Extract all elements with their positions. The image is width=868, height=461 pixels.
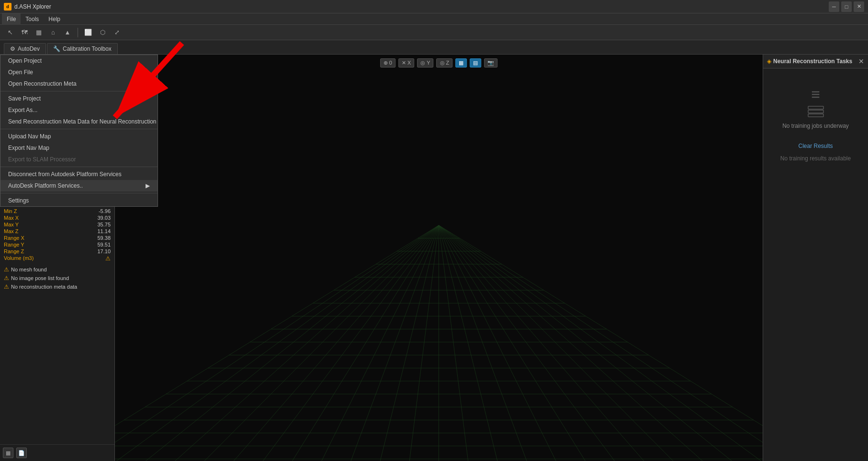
stat-rangex-row: Range X 59.38 — [4, 235, 111, 241]
warning-pose-text: No image pose list found — [11, 275, 69, 281]
clear-results-section: Clear Results — [794, 141, 836, 151]
dropdown-sep1 — [0, 91, 115, 91]
warnings-section: ⚠ No mesh found ⚠ No image pose list fou… — [4, 265, 111, 291]
perspective-grid — [115, 55, 763, 461]
map-btn[interactable]: 🗺 — [18, 26, 31, 39]
warning-mesh-icon: ⚠ — [4, 266, 9, 273]
wire-btn[interactable]: ⬡ — [96, 26, 109, 39]
stat-rangex-value: 59.38 — [97, 235, 111, 241]
stat-volume-label: Volume (m3) — [4, 255, 34, 262]
stat-maxy-label: Max Y — [4, 222, 19, 227]
menu-disconnect-autodesk[interactable]: Disconnect from Autodesk Platform Servic… — [0, 169, 115, 180]
bottom-grid-btn[interactable]: ▦ — [3, 448, 13, 458]
vp-grid-btn2[interactable]: ▤ — [470, 58, 481, 67]
stat-maxz-value: 11.14 — [97, 228, 111, 234]
svg-rect-0 — [808, 106, 823, 109]
crop-btn[interactable]: ⬜ — [82, 26, 94, 39]
stat-maxx-value: 39.03 — [97, 215, 111, 221]
stat-volume-row: Volume (m3) ⚠ — [4, 255, 111, 262]
menu-settings[interactable]: Settings — [0, 195, 115, 206]
svg-rect-1 — [808, 110, 823, 113]
stat-volume-warning: ⚠ — [105, 255, 111, 262]
warning-pose-icon: ⚠ — [4, 275, 9, 281]
viewport-toolbar: ⊕ 0 ✕ X ◎ Y ◎ Z ▦ ▤ 📷 — [380, 58, 498, 67]
svg-rect-2 — [808, 114, 823, 117]
expand-btn[interactable]: ⤢ — [111, 26, 123, 39]
stat-rangex-label: Range X — [4, 235, 24, 241]
title-bar: d d.ASH Xplorer ─ □ ✕ — [0, 0, 868, 13]
bottom-file-btn[interactable]: 📄 — [16, 448, 27, 458]
stat-maxx-row: Max X 39.03 — [4, 214, 111, 221]
stat-maxz-label: Max Z — [4, 228, 19, 234]
neural-panel-close[interactable]: ✕ — [858, 57, 864, 65]
menu-export-nav-map[interactable]: Export Nav Map — [0, 142, 115, 154]
vp-y-btn[interactable]: ◎ Y — [417, 58, 433, 67]
toolbar: ↖ 🗺 ▦ ⌂ ▲ ⬜ ⬡ ⤢ — [0, 25, 868, 40]
stat-maxy-value: 35.75 — [97, 222, 111, 227]
close-button[interactable]: ✕ — [854, 1, 864, 12]
tab-autodev[interactable]: ⚙ AutoDev — [4, 43, 46, 54]
tab-autodev-label: AutoDev — [18, 45, 40, 52]
menu-help[interactable]: Help — [44, 13, 65, 25]
menu-export-as[interactable]: Export As... — [0, 104, 115, 116]
menu-send-reconstruction[interactable]: Send Reconstruction Meta Data for Neural… — [0, 116, 115, 127]
menu-bar: File Tools Help — [0, 13, 868, 25]
stat-maxz-row: Max Z 11.14 — [4, 228, 111, 235]
house-btn[interactable]: ⌂ — [47, 26, 59, 39]
nav-icon-btn[interactable]: ↖ — [4, 26, 16, 39]
menu-autodesk-platform[interactable]: AutoDesk Platform Services.. ▶ — [0, 180, 115, 191]
no-jobs-section: ≡ No training jobs underway — [782, 86, 849, 129]
dropdown-menu: Open Project Open File Open Reconstructi… — [0, 55, 115, 207]
stat-minz-label: Min Z — [4, 208, 17, 214]
tree-btn[interactable]: ▲ — [61, 26, 74, 39]
neural-stack-icon: ≡ — [811, 86, 820, 103]
no-results-section: No training results available — [780, 155, 851, 162]
menu-open-reconstruction-meta[interactable]: Open Reconstruction Meta — [0, 78, 115, 90]
stat-maxx-label: Max X — [4, 215, 19, 221]
no-results-text: No training results available — [780, 155, 851, 162]
no-training-jobs-text: No training jobs underway — [782, 123, 849, 129]
warning-reconstruction-text: No reconstruction meta data — [11, 284, 77, 290]
neural-panel-title: Neural Reconstruction Tasks — [773, 58, 857, 65]
vp-z-btn[interactable]: ◎ Z — [437, 58, 453, 67]
menu-tools[interactable]: Tools — [21, 13, 44, 25]
dropdown-sep3 — [0, 167, 115, 167]
vp-camera-btn[interactable]: 📷 — [484, 58, 497, 67]
warning-no-image-pose: ⚠ No image pose list found — [4, 274, 111, 282]
maximize-button[interactable]: □ — [841, 1, 852, 12]
autodev-icon: ⚙ — [10, 45, 15, 52]
warning-no-reconstruction: ⚠ No reconstruction meta data — [4, 282, 111, 291]
stat-minz-row: Min Z -5.96 — [4, 208, 111, 214]
left-panel: Open Project Open File Open Reconstructi… — [0, 55, 115, 461]
warning-reconstruction-icon: ⚠ — [4, 283, 9, 290]
grid-btn[interactable]: ▦ — [33, 26, 45, 39]
tab-calibration[interactable]: 🔧 Calibration Toolbox — [47, 43, 118, 54]
vp-world-btn[interactable]: ⊕ 0 — [380, 58, 395, 67]
calibration-icon: 🔧 — [53, 45, 60, 52]
stats-panel: Number of Points 3,806,295 Min X -20.35 … — [0, 184, 114, 444]
app-icon: d — [4, 3, 11, 11]
autodesk-platform-label: AutoDesk Platform Services.. — [8, 182, 83, 189]
neural-content: ≡ No training jobs underway Clear Result… — [763, 68, 868, 169]
stat-rangez-label: Range Z — [4, 248, 24, 254]
stat-minz-value: -5.96 — [99, 208, 111, 214]
menu-open-project[interactable]: Open Project — [0, 55, 115, 67]
right-panel-header: ◈ Neural Reconstruction Tasks ✕ — [763, 55, 868, 68]
tab-bar: ⚙ AutoDev 🔧 Calibration Toolbox — [0, 40, 868, 55]
main-layout: Open Project Open File Open Reconstructi… — [0, 55, 868, 461]
dropdown-sep4 — [0, 193, 115, 193]
warning-no-mesh: ⚠ No mesh found — [4, 265, 111, 274]
menu-upload-nav-map[interactable]: Upload Nav Map — [0, 131, 115, 142]
stat-rangez-value: 17.10 — [97, 248, 111, 254]
minimize-button[interactable]: ─ — [829, 1, 839, 12]
clear-results-btn[interactable]: Clear Results — [794, 141, 836, 151]
menu-file[interactable]: File — [2, 13, 21, 25]
menu-open-file[interactable]: Open File — [0, 67, 115, 78]
stat-rangey-label: Range Y — [4, 242, 24, 247]
vp-grid-btn1[interactable]: ▦ — [455, 58, 467, 67]
viewport[interactable]: ⊕ 0 ✕ X ◎ Y ◎ Z ▦ ▤ 📷 // Will draw via J… — [115, 55, 763, 461]
toolbar-sep1 — [78, 28, 78, 37]
menu-save-project[interactable]: Save Project — [0, 93, 115, 104]
vp-x-btn[interactable]: ✕ X — [398, 58, 414, 67]
stack-icon-svg — [807, 105, 824, 119]
